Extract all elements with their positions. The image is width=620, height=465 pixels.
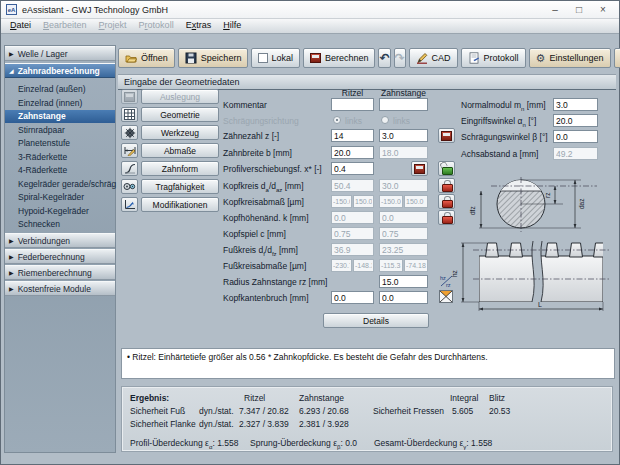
- zaehnezahl-label: Zähnezahl z [-]: [223, 131, 279, 141]
- calc-zaehnezahl-button[interactable]: [438, 128, 455, 143]
- tragfaehigkeit-button[interactable]: Tragfähigkeit: [141, 179, 219, 194]
- fusskreis-ritzel-input: [331, 243, 374, 256]
- calc-profilverschiebung-button[interactable]: [411, 161, 428, 176]
- results-col-integral: Integral: [450, 393, 478, 403]
- zaehnezahl-ritzel-input[interactable]: [331, 129, 374, 142]
- schraegungswinkel-label: Schrägungswinkel β [°]: [461, 132, 548, 142]
- title-bar: eA eAssistant - GWJ Technology GmbH – □ …: [1, 1, 619, 19]
- sidebar-section-federberechnung[interactable]: ▶ Federberechnung: [5, 249, 115, 264]
- kopfspiel-ritzel-input: [331, 227, 374, 240]
- modifikationen-icon-button[interactable]: [121, 197, 138, 212]
- abmasse-icon-button[interactable]: [121, 143, 138, 158]
- save-button[interactable]: Speichern: [178, 48, 249, 68]
- sidebar-item-4-raederkette[interactable]: 4-Räderkette: [5, 164, 115, 177]
- sidebar-section-kostenfreie-module[interactable]: ▶ Kostenfreie Module: [5, 281, 115, 296]
- fusskreisabmasse-ritzel-min-input: [331, 259, 352, 272]
- results-col-blitz: Blitz: [489, 393, 505, 403]
- menu-datei[interactable]: Datei: [4, 19, 37, 33]
- local-toggle[interactable]: Lokal: [251, 48, 300, 68]
- achsabstand-label: Achsabstand a [mm]: [461, 149, 538, 159]
- eingriffswinkel-input[interactable]: [553, 114, 598, 127]
- calculator-icon: [441, 131, 452, 141]
- cad-pencil-icon: [416, 52, 428, 64]
- sidebar-item-kegelraeder[interactable]: Kegelräder gerade/schräg: [5, 178, 115, 191]
- sidebar-item-planetenstufe[interactable]: Planetenstufe: [5, 137, 115, 150]
- sidebar-item-stirnradpaar[interactable]: Stirnradpaar: [5, 124, 115, 137]
- sidebar-item-3-raederkette[interactable]: 3-Räderkette: [5, 151, 115, 164]
- radius-zahnstange-input[interactable]: [379, 275, 428, 288]
- normalmodul-input[interactable]: [553, 98, 598, 111]
- help-button[interactable]: Hilfe: [614, 48, 620, 68]
- modifikationen-button[interactable]: Modifikationen: [141, 197, 219, 212]
- werkzeug-icon-button[interactable]: [121, 125, 138, 140]
- close-icon[interactable]: ×: [591, 1, 615, 19]
- cad-button[interactable]: CAD: [409, 48, 458, 68]
- minimize-icon[interactable]: –: [543, 1, 567, 19]
- maximize-icon[interactable]: □: [567, 1, 591, 19]
- chevron-right-icon: ▶: [9, 50, 14, 57]
- undo-button[interactable]: ↶: [378, 48, 390, 68]
- local-checkbox[interactable]: [258, 53, 268, 63]
- sidebar-item-zahnstange[interactable]: Zahnstange: [5, 110, 115, 123]
- zahnform-button[interactable]: Zahnform: [141, 161, 219, 176]
- kommentar-zahnstange-input[interactable]: [379, 98, 428, 111]
- auslegung-icon-button: [121, 89, 138, 104]
- kopfhoehe-label: Kopfhöhenänd. k [mm]: [223, 213, 309, 223]
- menu-extras[interactable]: Extras: [180, 19, 218, 33]
- result-value: 2.327 / 3.839: [239, 419, 289, 429]
- results-panel: Ergebnis: Ritzel Zahnstange Integral Bli…: [121, 386, 613, 452]
- fusskreisabmasse-ritzel-max-input: [353, 259, 374, 272]
- sidebar-section-welle-lager[interactable]: ▶ Welle / Lager: [5, 46, 115, 61]
- details-button[interactable]: Details: [323, 313, 429, 328]
- kopfkreisabmass-zahnstange-max-input: [404, 195, 428, 208]
- geometrie-icon-button[interactable]: [121, 107, 138, 122]
- menu-hilfe[interactable]: Hilfe: [217, 19, 247, 33]
- kopfkantenbruch-ritzel-input[interactable]: [331, 291, 374, 304]
- menu-projekt: Projekt: [93, 19, 133, 33]
- kommentar-ritzel-input[interactable]: [331, 98, 374, 111]
- result-row-label: Sicherheit Flanke: [130, 419, 196, 429]
- kopfkreisabmass-ritzel-max-input: [353, 195, 374, 208]
- folder-open-icon: [125, 53, 137, 64]
- app-window: eA eAssistant - GWJ Technology GmbH – □ …: [0, 0, 620, 465]
- kopfkantenbruch-zahnstange-input[interactable]: [379, 291, 428, 304]
- protocol-button[interactable]: Protokoll: [461, 48, 526, 68]
- tragfaehigkeit-icon-button[interactable]: [121, 179, 138, 194]
- sidebar-section-riemenberechnung[interactable]: ▶ Riemenberechnung: [5, 265, 115, 280]
- menu-bearbeiten: Bearbeiten: [37, 19, 93, 33]
- fusskreisabmasse-zahnstange-min-input: [379, 259, 403, 272]
- schraegungswinkel-input[interactable]: [553, 130, 598, 143]
- zahnbreite-ritzel-input[interactable]: [331, 146, 374, 159]
- open-button[interactable]: Öffnen: [118, 48, 175, 68]
- sidebar-section-verbindungen[interactable]: ▶ Verbindungen: [5, 233, 115, 248]
- svg-text:hz: hz: [440, 275, 446, 281]
- sidebar-item-einzelrad-innen[interactable]: Einzelrad (innen): [5, 97, 115, 110]
- svg-text:daz: daz: [578, 199, 585, 209]
- menu-protokoll: Protokoll: [133, 19, 180, 33]
- sidebar-section-zahnradberechnung[interactable]: ◢ Zahnradberechnung: [5, 63, 115, 78]
- kopfkreisabmass-zahnstange-min-input: [379, 195, 403, 208]
- redo-icon: ↷: [395, 51, 405, 65]
- grid-icon: [124, 109, 135, 120]
- results-title: Ergebnis:: [130, 393, 169, 403]
- sidebar-item-hypoid-kegelraeder[interactable]: Hypoid-Kegelräder: [5, 205, 115, 218]
- result-row-mode: dyn./stat.: [199, 406, 234, 416]
- sidebar-item-spiral-kegelraeder[interactable]: Spiral-Kegelräder: [5, 191, 115, 204]
- result-value: 7.347 / 20.82: [239, 406, 289, 416]
- warning-text: • Ritzel: Einhärtetiefe größer als 0.56 …: [127, 352, 488, 362]
- profilverschiebung-ritzel-input[interactable]: [331, 162, 374, 175]
- unlock-profilverschiebung-button[interactable]: [438, 161, 455, 176]
- profilverschiebung-label: Profilverschiebungsf. x* [-]: [223, 164, 322, 174]
- sidebar-item-einzelrad-aussen[interactable]: Einzelrad (außen): [5, 83, 115, 96]
- zaehnezahl-zahnstange-input[interactable]: [379, 129, 428, 142]
- sidebar-item-schnecken[interactable]: Schnecken: [5, 218, 115, 231]
- fusskreisabmasse-zahnstange-max-input: [404, 259, 428, 272]
- geometrie-button[interactable]: Geometrie: [141, 107, 219, 122]
- werkzeug-button[interactable]: Werkzeug: [141, 125, 219, 140]
- schraegungsrichtung-label: Schrägungsrichtung: [223, 116, 299, 126]
- calculate-button[interactable]: Berechnen: [303, 48, 376, 68]
- settings-button[interactable]: ⚙ Einstellungen: [529, 48, 611, 68]
- abmasse-button[interactable]: Abmaße: [141, 143, 219, 158]
- zahnform-icon-button[interactable]: [121, 161, 138, 176]
- kopfkreis-label: Kopfkreis da/daz [mm]: [223, 181, 304, 193]
